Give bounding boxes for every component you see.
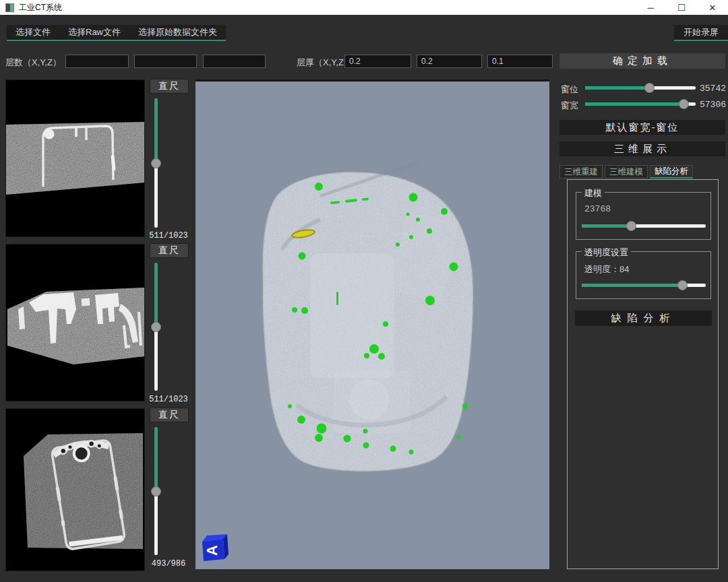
modeling-slider-thumb[interactable] xyxy=(626,221,636,231)
ruler-button-top[interactable]: 直尺 xyxy=(150,79,189,94)
window-level-value: 35742 xyxy=(700,84,726,94)
slice-view-middle[interactable] xyxy=(5,244,145,401)
layers-y-input[interactable] xyxy=(134,55,197,68)
display-3d-button[interactable]: 三维展示 xyxy=(559,141,725,156)
opacity-group: 透明度设置 透明度：84 xyxy=(576,251,711,299)
maximize-button[interactable]: ☐ xyxy=(666,0,697,15)
slice-slider-top-thumb[interactable] xyxy=(151,158,161,168)
start-record-button[interactable]: 开始录屏 xyxy=(674,25,728,41)
slice-view-top[interactable] xyxy=(5,79,145,237)
ruler-button-middle[interactable]: 直尺 xyxy=(150,243,189,258)
window-level-slider[interactable] xyxy=(585,83,696,93)
slice-position-top: 511/1023 xyxy=(144,231,193,240)
confirm-load-button[interactable]: 确定加载 xyxy=(559,53,725,69)
modeling-slider[interactable] xyxy=(582,221,706,231)
layers-label: 层数（X,Y,Z） xyxy=(5,57,61,69)
window-width-thumb[interactable] xyxy=(679,99,689,109)
slice-position-bottom: 493/986 xyxy=(144,559,193,569)
orientation-label: A xyxy=(204,545,220,556)
layers-z-input[interactable] xyxy=(203,55,266,68)
slice-slider-bottom[interactable] xyxy=(154,427,158,555)
analysis-tabs: 三维重建 三维建模 缺陷分析 xyxy=(559,165,693,179)
window-width-value: 57306 xyxy=(700,100,726,110)
ruler-button-bottom[interactable]: 直尺 xyxy=(150,408,189,422)
opacity-group-title: 透明度设置 xyxy=(582,247,631,259)
select-file-button[interactable]: 选择文件 xyxy=(7,25,59,40)
tab-3d-modeling[interactable]: 三维建模 xyxy=(605,165,648,179)
thickness-x-input[interactable]: 0.2 xyxy=(344,55,411,68)
window-title: 工业CT系统 xyxy=(19,2,62,13)
minimize-button[interactable]: ─ xyxy=(635,0,666,15)
default-ww-wl-button[interactable]: 默认窗宽-窗位 xyxy=(559,120,725,135)
window-level-thumb[interactable] xyxy=(644,83,655,93)
viewer-3d[interactable]: A xyxy=(195,79,549,569)
opacity-value-text: 透明度：84 xyxy=(584,263,629,276)
tab-3d-reconstruction[interactable]: 三维重建 xyxy=(559,165,603,179)
title-bar: 工业CT系统 ─ ☐ ✕ xyxy=(0,0,728,15)
slice-slider-top[interactable] xyxy=(154,98,158,228)
window-width-slider[interactable] xyxy=(585,99,696,109)
modeling-value: 23768 xyxy=(584,204,611,214)
ct-volume-render xyxy=(195,82,549,569)
tab-defect-analysis[interactable]: 缺陷分析 xyxy=(650,165,693,179)
window-width-label: 窗宽 xyxy=(561,100,578,112)
select-raw-data-folder-button[interactable]: 选择原始数据文件夹 xyxy=(129,25,226,40)
window-level-label: 窗位 xyxy=(561,84,578,96)
select-raw-file-button[interactable]: 选择Raw文件 xyxy=(59,25,129,40)
close-button[interactable]: ✕ xyxy=(697,0,728,15)
opacity-slider[interactable] xyxy=(582,280,706,290)
window-controls: ─ ☐ ✕ xyxy=(635,0,728,15)
defect-analyze-button[interactable]: 缺陷分析 xyxy=(575,311,712,326)
orientation-cube[interactable]: A xyxy=(200,533,229,562)
slice-slider-bottom-thumb[interactable] xyxy=(151,486,161,496)
slice-slider-middle-thumb[interactable] xyxy=(151,322,161,332)
layers-x-input[interactable] xyxy=(65,55,129,68)
slice-view-bottom[interactable] xyxy=(5,408,145,571)
app-icon xyxy=(5,3,14,12)
modeling-group-title: 建模 xyxy=(582,187,605,199)
slice-slider-middle[interactable] xyxy=(154,263,158,391)
modeling-group: 建模 23768 xyxy=(576,192,711,240)
slice-position-middle: 511/1023 xyxy=(144,395,193,404)
thickness-y-input[interactable]: 0.2 xyxy=(417,55,482,68)
file-toolbar: 选择文件 选择Raw文件 选择原始数据文件夹 xyxy=(7,25,226,41)
thickness-z-input[interactable]: 0.1 xyxy=(487,55,553,68)
defect-analysis-panel: 建模 23768 透明度设置 透明度：84 缺陷分析 xyxy=(567,179,719,569)
opacity-slider-thumb[interactable] xyxy=(677,280,688,290)
